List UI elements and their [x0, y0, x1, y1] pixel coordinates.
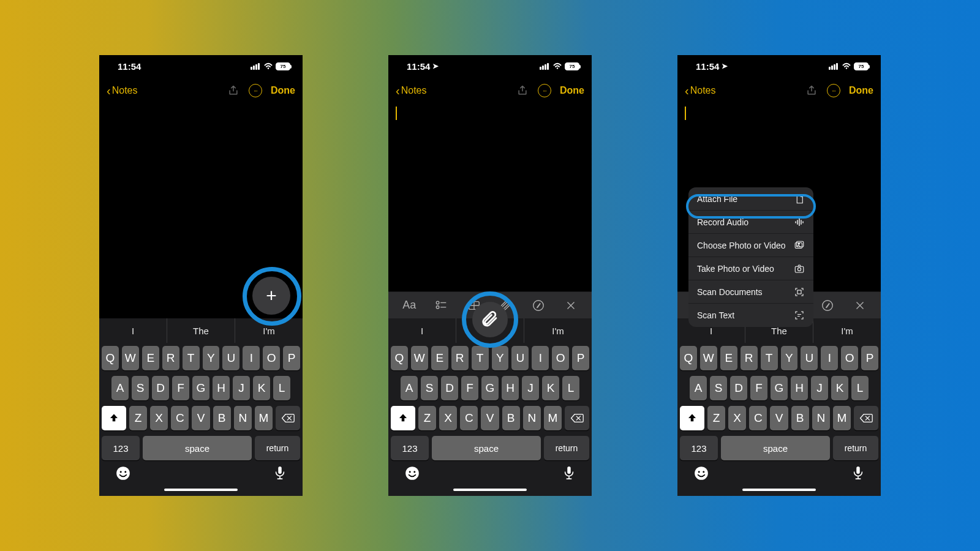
shift-key[interactable] [391, 406, 415, 430]
return-key[interactable]: return [544, 436, 589, 460]
dictation-key[interactable] [851, 465, 865, 485]
key-W[interactable]: W [411, 346, 428, 370]
key-M[interactable]: M [255, 406, 273, 430]
done-button[interactable]: Done [560, 85, 584, 96]
dictation-key[interactable] [562, 465, 576, 485]
key-Z[interactable]: Z [418, 406, 436, 430]
menu-scan-text[interactable]: Scan Text [688, 304, 813, 327]
key-E[interactable]: E [142, 346, 159, 370]
key-I[interactable]: I [821, 346, 838, 370]
key-C[interactable]: C [749, 406, 767, 430]
key-M[interactable]: M [544, 406, 562, 430]
key-Q[interactable]: Q [102, 346, 119, 370]
back-button[interactable]: ‹Notes [396, 84, 426, 97]
shift-key[interactable] [680, 406, 704, 430]
key-K[interactable]: K [831, 376, 848, 400]
text-format-icon[interactable]: Aa [401, 297, 418, 314]
key-U[interactable]: U [511, 346, 529, 370]
key-G[interactable]: G [481, 376, 499, 400]
key-I[interactable]: I [532, 346, 549, 370]
key-Y[interactable]: Y [203, 346, 220, 370]
key-Z[interactable]: Z [707, 406, 725, 430]
space-key[interactable]: space [143, 436, 252, 460]
key-W[interactable]: W [700, 346, 717, 370]
key-R[interactable]: R [451, 346, 469, 370]
numbers-key[interactable]: 123 [680, 436, 718, 460]
more-icon[interactable]: ··· [538, 84, 551, 97]
share-icon[interactable] [805, 84, 818, 97]
attachment-button-large[interactable] [472, 302, 508, 337]
key-G[interactable]: G [192, 376, 209, 400]
key-F[interactable]: F [750, 376, 767, 400]
share-icon[interactable] [516, 84, 529, 97]
key-V[interactable]: V [770, 406, 788, 430]
key-L[interactable]: L [851, 376, 869, 400]
more-icon[interactable]: ··· [827, 84, 840, 97]
key-K[interactable]: K [542, 376, 559, 400]
menu-scan-documents[interactable]: Scan Documents [688, 280, 813, 304]
key-U[interactable]: U [801, 346, 818, 370]
key-P[interactable]: P [572, 346, 589, 370]
key-D[interactable]: D [441, 376, 458, 400]
key-M[interactable]: M [833, 406, 851, 430]
more-icon[interactable]: ··· [249, 84, 262, 97]
dictation-key[interactable] [273, 465, 287, 485]
close-icon[interactable] [562, 297, 579, 314]
key-H[interactable]: H [213, 376, 230, 400]
key-F[interactable]: F [172, 376, 189, 400]
key-U[interactable]: U [222, 346, 239, 370]
menu-take-photo[interactable]: Take Photo or Video [688, 257, 813, 280]
note-content[interactable] [388, 104, 592, 291]
suggestion-2[interactable]: The [167, 318, 235, 343]
numbers-key[interactable]: 123 [102, 436, 140, 460]
close-icon[interactable] [851, 297, 869, 314]
key-Q[interactable]: Q [391, 346, 408, 370]
key-X[interactable]: X [150, 406, 168, 430]
key-A[interactable]: A [401, 376, 418, 400]
key-N[interactable]: N [812, 406, 830, 430]
key-H[interactable]: H [502, 376, 519, 400]
menu-record-audio[interactable]: Record Audio [688, 211, 813, 234]
done-button[interactable]: Done [271, 85, 295, 96]
key-S[interactable]: S [421, 376, 438, 400]
key-W[interactable]: W [122, 346, 139, 370]
key-Y[interactable]: Y [492, 346, 509, 370]
space-key[interactable]: space [432, 436, 541, 460]
suggestion-1[interactable]: I [99, 318, 167, 343]
key-B[interactable]: B [502, 406, 520, 430]
key-S[interactable]: S [132, 376, 149, 400]
key-G[interactable]: G [771, 376, 788, 400]
key-J[interactable]: J [811, 376, 828, 400]
markup-icon[interactable] [819, 297, 836, 314]
key-X[interactable]: X [728, 406, 746, 430]
key-R[interactable]: R [162, 346, 179, 370]
suggestion-3[interactable]: I'm [235, 318, 303, 343]
key-O[interactable]: O [552, 346, 569, 370]
key-H[interactable]: H [791, 376, 808, 400]
space-key[interactable]: space [721, 436, 830, 460]
key-O[interactable]: O [263, 346, 280, 370]
key-B[interactable]: B [791, 406, 809, 430]
checklist-icon[interactable] [433, 297, 450, 314]
key-S[interactable]: S [710, 376, 727, 400]
done-button[interactable]: Done [849, 85, 873, 96]
add-button[interactable]: + [252, 277, 290, 315]
return-key[interactable]: return [833, 436, 878, 460]
key-R[interactable]: R [741, 346, 758, 370]
key-K[interactable]: K [253, 376, 270, 400]
markup-icon[interactable] [530, 297, 547, 314]
backspace-key[interactable] [276, 406, 300, 430]
key-L[interactable]: L [273, 376, 290, 400]
key-E[interactable]: E [720, 346, 737, 370]
key-A[interactable]: A [690, 376, 707, 400]
key-T[interactable]: T [183, 346, 200, 370]
key-C[interactable]: C [171, 406, 189, 430]
menu-choose-photo[interactable]: Choose Photo or Video [688, 234, 813, 257]
key-F[interactable]: F [461, 376, 478, 400]
key-B[interactable]: B [213, 406, 231, 430]
key-J[interactable]: J [522, 376, 539, 400]
key-I[interactable]: I [243, 346, 260, 370]
key-N[interactable]: N [523, 406, 541, 430]
key-V[interactable]: V [481, 406, 499, 430]
key-V[interactable]: V [192, 406, 209, 430]
